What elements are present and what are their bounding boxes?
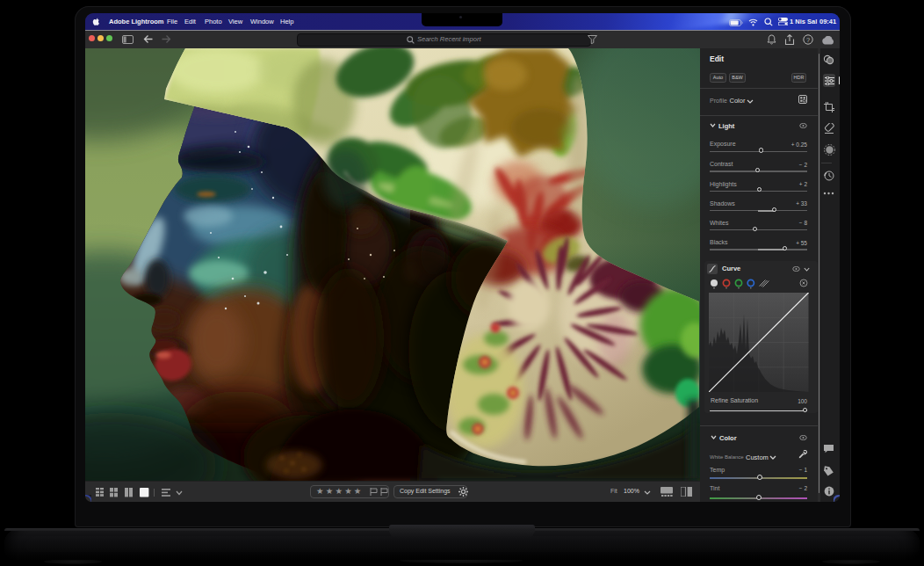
svg-text:?: ? xyxy=(806,36,810,44)
